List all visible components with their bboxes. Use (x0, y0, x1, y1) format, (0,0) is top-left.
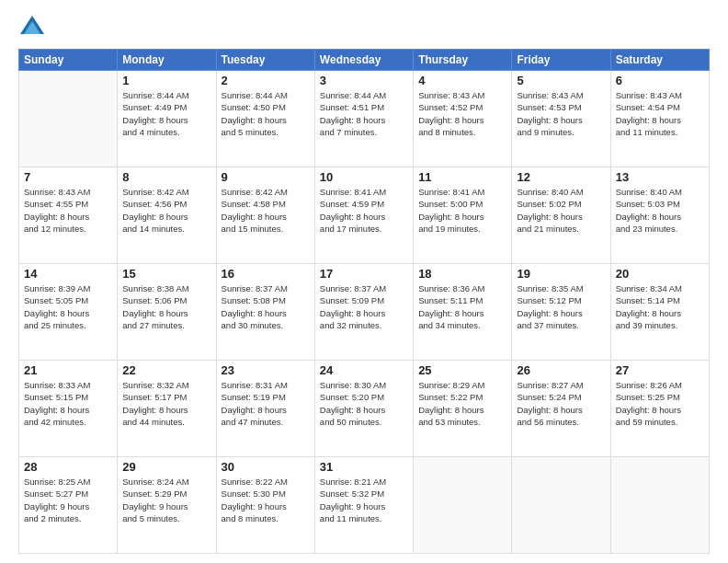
calendar-cell: 28Sunrise: 8:25 AM Sunset: 5:27 PM Dayli… (19, 457, 118, 554)
day-number: 22 (122, 363, 210, 377)
calendar-cell: 22Sunrise: 8:32 AM Sunset: 5:17 PM Dayli… (118, 361, 216, 457)
day-number: 25 (418, 363, 506, 377)
day-number: 16 (222, 267, 310, 281)
day-number: 17 (320, 267, 408, 281)
day-number: 9 (222, 170, 310, 184)
calendar-cell: 27Sunrise: 8:26 AM Sunset: 5:25 PM Dayli… (610, 361, 709, 457)
calendar-cell: 16Sunrise: 8:37 AM Sunset: 5:08 PM Dayli… (216, 264, 314, 361)
day-info: Sunrise: 8:43 AM Sunset: 4:54 PM Dayligh… (616, 89, 704, 138)
day-info: Sunrise: 8:41 AM Sunset: 4:59 PM Dayligh… (320, 186, 408, 235)
day-info: Sunrise: 8:40 AM Sunset: 5:02 PM Dayligh… (517, 186, 605, 235)
day-info: Sunrise: 8:37 AM Sunset: 5:08 PM Dayligh… (222, 282, 310, 331)
day-info: Sunrise: 8:39 AM Sunset: 5:05 PM Dayligh… (24, 282, 112, 331)
day-number: 1 (122, 74, 210, 87)
day-info: Sunrise: 8:22 AM Sunset: 5:30 PM Dayligh… (222, 476, 310, 524)
day-number: 11 (418, 170, 506, 184)
weekday-header-wednesday: Wednesday (314, 50, 413, 71)
weekday-header-sunday: Sunday (19, 50, 118, 71)
weekday-header-saturday: Saturday (610, 50, 709, 71)
day-number: 31 (320, 460, 408, 474)
day-number: 20 (616, 267, 704, 281)
calendar-cell: 31Sunrise: 8:21 AM Sunset: 5:32 PM Dayli… (314, 457, 413, 554)
calendar-cell: 11Sunrise: 8:41 AM Sunset: 5:00 PM Dayli… (414, 167, 512, 264)
day-info: Sunrise: 8:43 AM Sunset: 4:53 PM Dayligh… (517, 89, 605, 138)
calendar-cell (19, 71, 118, 167)
day-info: Sunrise: 8:44 AM Sunset: 4:49 PM Dayligh… (122, 89, 210, 138)
day-number: 28 (24, 460, 112, 474)
day-number: 18 (418, 267, 506, 281)
calendar-cell: 1Sunrise: 8:44 AM Sunset: 4:49 PM Daylig… (118, 71, 216, 167)
calendar-cell: 29Sunrise: 8:24 AM Sunset: 5:29 PM Dayli… (118, 457, 216, 554)
day-number: 24 (320, 363, 408, 377)
calendar-cell: 15Sunrise: 8:38 AM Sunset: 5:06 PM Dayli… (118, 264, 216, 361)
week-row-2: 14Sunrise: 8:39 AM Sunset: 5:05 PM Dayli… (19, 264, 710, 361)
calendar-cell: 20Sunrise: 8:34 AM Sunset: 5:14 PM Dayli… (610, 264, 709, 361)
day-info: Sunrise: 8:37 AM Sunset: 5:09 PM Dayligh… (320, 282, 408, 331)
day-info: Sunrise: 8:33 AM Sunset: 5:15 PM Dayligh… (24, 379, 112, 428)
day-info: Sunrise: 8:43 AM Sunset: 4:55 PM Dayligh… (24, 186, 112, 235)
calendar-cell: 14Sunrise: 8:39 AM Sunset: 5:05 PM Dayli… (19, 264, 118, 361)
day-info: Sunrise: 8:29 AM Sunset: 5:22 PM Dayligh… (418, 379, 506, 428)
day-number: 3 (320, 74, 408, 87)
header (18, 14, 710, 41)
day-info: Sunrise: 8:30 AM Sunset: 5:20 PM Dayligh… (320, 379, 408, 428)
day-number: 2 (222, 74, 310, 87)
calendar-cell (414, 457, 512, 554)
calendar-cell: 2Sunrise: 8:44 AM Sunset: 4:50 PM Daylig… (216, 71, 314, 167)
day-info: Sunrise: 8:43 AM Sunset: 4:52 PM Dayligh… (418, 89, 506, 138)
day-info: Sunrise: 8:42 AM Sunset: 4:56 PM Dayligh… (122, 186, 210, 235)
calendar-cell: 17Sunrise: 8:37 AM Sunset: 5:09 PM Dayli… (314, 264, 413, 361)
day-number: 13 (616, 170, 704, 184)
day-number: 4 (418, 74, 506, 87)
day-info: Sunrise: 8:21 AM Sunset: 5:32 PM Dayligh… (320, 476, 408, 524)
calendar-cell: 7Sunrise: 8:43 AM Sunset: 4:55 PM Daylig… (19, 167, 118, 264)
weekday-header-friday: Friday (512, 50, 610, 71)
weekday-header-monday: Monday (118, 50, 216, 71)
day-info: Sunrise: 8:31 AM Sunset: 5:19 PM Dayligh… (222, 379, 310, 428)
calendar-cell: 19Sunrise: 8:35 AM Sunset: 5:12 PM Dayli… (512, 264, 610, 361)
logo-icon (18, 14, 46, 41)
calendar-cell: 9Sunrise: 8:42 AM Sunset: 4:58 PM Daylig… (216, 167, 314, 264)
calendar-cell (512, 457, 610, 554)
day-number: 21 (24, 363, 112, 377)
calendar-cell: 3Sunrise: 8:44 AM Sunset: 4:51 PM Daylig… (314, 71, 413, 167)
day-number: 14 (24, 267, 112, 281)
calendar-cell: 10Sunrise: 8:41 AM Sunset: 4:59 PM Dayli… (314, 167, 413, 264)
day-info: Sunrise: 8:42 AM Sunset: 4:58 PM Dayligh… (222, 186, 310, 235)
day-number: 30 (222, 460, 310, 474)
day-info: Sunrise: 8:27 AM Sunset: 5:24 PM Dayligh… (517, 379, 605, 428)
calendar-cell: 12Sunrise: 8:40 AM Sunset: 5:02 PM Dayli… (512, 167, 610, 264)
calendar-page: SundayMondayTuesdayWednesdayThursdayFrid… (0, 0, 728, 563)
day-number: 6 (616, 74, 704, 87)
week-row-4: 28Sunrise: 8:25 AM Sunset: 5:27 PM Dayli… (19, 457, 710, 554)
calendar-cell (610, 457, 709, 554)
week-row-3: 21Sunrise: 8:33 AM Sunset: 5:15 PM Dayli… (19, 361, 710, 457)
calendar-cell: 26Sunrise: 8:27 AM Sunset: 5:24 PM Dayli… (512, 361, 610, 457)
calendar-cell: 30Sunrise: 8:22 AM Sunset: 5:30 PM Dayli… (216, 457, 314, 554)
calendar-cell: 6Sunrise: 8:43 AM Sunset: 4:54 PM Daylig… (610, 71, 709, 167)
weekday-header-tuesday: Tuesday (216, 50, 314, 71)
day-info: Sunrise: 8:40 AM Sunset: 5:03 PM Dayligh… (616, 186, 704, 235)
day-number: 12 (517, 170, 605, 184)
day-number: 26 (517, 363, 605, 377)
day-info: Sunrise: 8:41 AM Sunset: 5:00 PM Dayligh… (418, 186, 506, 235)
day-info: Sunrise: 8:44 AM Sunset: 4:50 PM Dayligh… (222, 89, 310, 138)
day-info: Sunrise: 8:44 AM Sunset: 4:51 PM Dayligh… (320, 89, 408, 138)
weekday-header-row: SundayMondayTuesdayWednesdayThursdayFrid… (19, 50, 710, 71)
day-number: 5 (517, 74, 605, 87)
day-info: Sunrise: 8:26 AM Sunset: 5:25 PM Dayligh… (616, 379, 704, 428)
calendar-cell: 24Sunrise: 8:30 AM Sunset: 5:20 PM Dayli… (314, 361, 413, 457)
calendar-cell: 21Sunrise: 8:33 AM Sunset: 5:15 PM Dayli… (19, 361, 118, 457)
day-number: 19 (517, 267, 605, 281)
day-number: 10 (320, 170, 408, 184)
calendar-cell: 8Sunrise: 8:42 AM Sunset: 4:56 PM Daylig… (118, 167, 216, 264)
day-number: 23 (222, 363, 310, 377)
logo (18, 14, 50, 41)
calendar-cell: 13Sunrise: 8:40 AM Sunset: 5:03 PM Dayli… (610, 167, 709, 264)
calendar-cell: 25Sunrise: 8:29 AM Sunset: 5:22 PM Dayli… (414, 361, 512, 457)
day-info: Sunrise: 8:32 AM Sunset: 5:17 PM Dayligh… (122, 379, 210, 428)
week-row-0: 1Sunrise: 8:44 AM Sunset: 4:49 PM Daylig… (19, 71, 710, 167)
day-number: 29 (122, 460, 210, 474)
day-info: Sunrise: 8:36 AM Sunset: 5:11 PM Dayligh… (418, 282, 506, 331)
day-info: Sunrise: 8:24 AM Sunset: 5:29 PM Dayligh… (122, 476, 210, 524)
